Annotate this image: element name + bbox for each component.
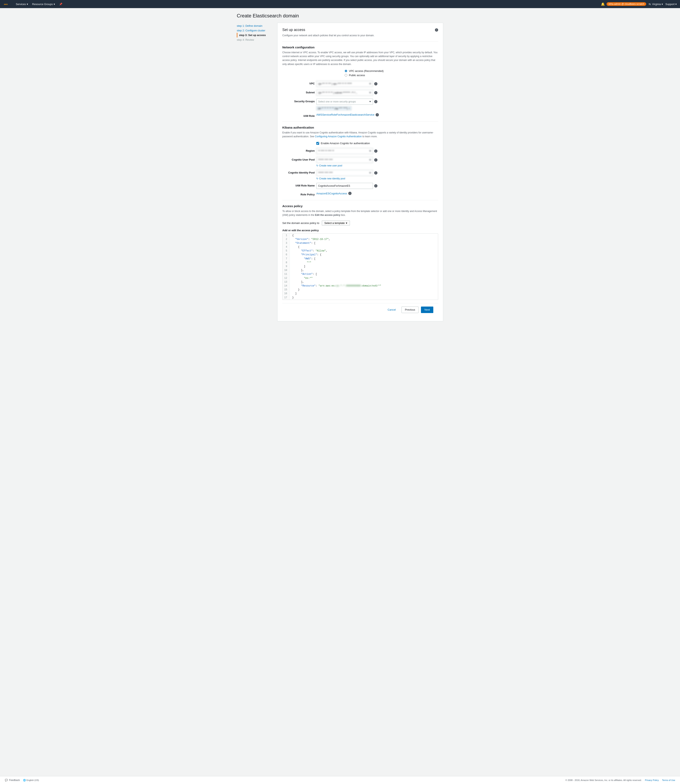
- iam-role-name-label: IAM Role Name: [282, 183, 315, 187]
- top-nav: aws Services ▾ Resource Groups ▾ 📌 🔔 inf…: [0, 0, 680, 8]
- access-policy-title: Access policy: [282, 204, 438, 208]
- cognito-checkbox[interactable]: [316, 142, 319, 145]
- terms-of-use-link[interactable]: Terms of Use: [662, 779, 675, 781]
- iam-role-name-info-icon[interactable]: i: [374, 184, 378, 188]
- cognito-identity-pool-info-icon[interactable]: i: [374, 171, 378, 175]
- vpc-radio-option[interactable]: VPC access (Recommended): [345, 69, 438, 73]
- code-line: 16 ]: [283, 292, 438, 296]
- code-editor[interactable]: 1{2 "Version": "2012-10-17",3 "Statement…: [282, 233, 438, 300]
- subnet-info-icon[interactable]: i: [374, 91, 378, 95]
- bell-icon[interactable]: 🔔: [601, 2, 605, 6]
- role-policy-label: Role Policy: [282, 192, 315, 196]
- resource-groups-label: Resource Groups: [32, 3, 53, 6]
- iam-role-name-control-row: i: [316, 183, 438, 189]
- cognito-auth-link[interactable]: Configuring Amazon Cognito Authenticatio…: [315, 135, 362, 138]
- iam-role-link[interactable]: AWSServiceRoleForAmazonElasticsearchServ…: [316, 113, 375, 116]
- code-line: 14 "Resource": "arn:aws:es:us-*-*:000000…: [283, 284, 438, 288]
- cognito-user-pool-label: Cognito User Pool: [282, 157, 315, 161]
- sidebar-item-define-domain[interactable]: step 1: Define domain: [237, 24, 277, 28]
- resource-groups-chevron-icon: ▾: [54, 3, 55, 6]
- kibana-desc: Enable if you want to use Amazon Cognito…: [282, 131, 438, 139]
- subnet-control-row: cje-*** ** ** ** | subnet-******** -**-*…: [316, 90, 438, 96]
- cognito-identity-pool-select[interactable]: ****** **** ****: [316, 170, 373, 176]
- previous-button[interactable]: Previous: [401, 306, 419, 313]
- code-line: 4 {: [283, 245, 438, 249]
- section-info-icon[interactable]: i: [435, 28, 438, 32]
- cognito-user-pool-info-icon[interactable]: i: [374, 158, 378, 162]
- privacy-policy-link[interactable]: Privacy Policy: [645, 779, 659, 781]
- pin-nav[interactable]: 📌: [57, 0, 65, 8]
- cancel-button[interactable]: Cancel: [384, 306, 399, 313]
- footer-right: © 2008 - 2018, Amazon Web Services, Inc.…: [565, 779, 675, 781]
- vpc-radio-label: VPC access (Recommended): [349, 69, 384, 73]
- feedback-button[interactable]: 💬 Feedback: [5, 779, 20, 782]
- support-nav[interactable]: Support ▾: [666, 3, 677, 6]
- role-policy-control-wrap: AmazonESCognitoAccess i: [316, 192, 438, 195]
- vpc-select[interactable]: cje-*** ** *** | vpc-**** ** ** *****: [316, 81, 373, 87]
- iam-role-name-input[interactable]: [316, 183, 373, 189]
- refresh-user-pool-icon[interactable]: ↻: [316, 164, 318, 167]
- public-radio-label: Public access: [349, 74, 365, 77]
- services-nav[interactable]: Services ▾: [14, 0, 30, 8]
- cognito-identity-pool-control-wrap: ****** **** **** i ↻ Create new identity…: [316, 170, 438, 180]
- public-radio[interactable]: [345, 74, 347, 77]
- create-identity-pool-link[interactable]: Create new identity pool: [319, 177, 345, 180]
- code-line: 7 "AWS": [: [283, 257, 438, 261]
- sidebar: step 1: Define domain step 2: Configure …: [237, 23, 277, 321]
- code-line: 17}: [283, 296, 438, 300]
- bottom-actions: Cancel Previous Next: [282, 303, 438, 316]
- region-label: Region: [282, 148, 315, 152]
- code-line: 9 ]: [283, 265, 438, 268]
- main-content: Set up access i Configure your network a…: [277, 23, 443, 321]
- role-policy-info-icon[interactable]: i: [348, 192, 351, 195]
- code-line: 1{: [283, 233, 438, 238]
- cognito-user-pool-control-wrap: ****** **** **** i ↻ Create new user poo…: [316, 157, 438, 167]
- subnet-select[interactable]: cje-*** ** ** ** | subnet-******** -**-*…: [316, 90, 373, 96]
- cognito-identity-pool-control-row: ****** **** **** i: [316, 170, 438, 176]
- section-header: Set up access i: [282, 28, 438, 32]
- vpc-control-wrap: cje-*** ** *** | vpc-**** ** ** ***** i: [316, 81, 438, 87]
- section-desc: Configure your network and attach polici…: [282, 34, 438, 37]
- public-radio-option[interactable]: Public access: [345, 74, 438, 77]
- refresh-identity-pool-icon[interactable]: ↻: [316, 177, 318, 180]
- svg-text:aws: aws: [4, 3, 8, 5]
- subnet-control-wrap: cje-*** ** ** ** | subnet-******** -**-*…: [316, 90, 438, 96]
- code-editor-section: Add or edit the access policy 1{2 "Versi…: [282, 229, 438, 300]
- divider-2: [282, 121, 438, 122]
- security-group-chip-close[interactable]: ×: [348, 107, 350, 110]
- iam-role-control-row: AWSServiceRoleForAmazonElasticsearchServ…: [316, 113, 438, 117]
- region-control-row: ** **** ** **** ** i: [316, 148, 438, 154]
- region-selector[interactable]: N. Virginia ▾: [649, 3, 663, 6]
- iam-role-info-icon[interactable]: i: [376, 113, 379, 117]
- cognito-user-pool-control-row: ****** **** **** i: [316, 157, 438, 163]
- language-selector[interactable]: 🌐 English (US): [23, 779, 39, 782]
- security-groups-info-icon[interactable]: i: [374, 100, 378, 103]
- role-policy-link[interactable]: AmazonESCognitoAccess: [316, 192, 347, 195]
- template-chevron-icon: ▾: [346, 221, 347, 224]
- code-line: 11 "Action": [: [283, 272, 438, 276]
- user-badge[interactable]: infra-admin @ cloudbees-scratch: [606, 2, 646, 6]
- cognito-user-pool-select[interactable]: ****** **** ****: [316, 157, 373, 163]
- region-info-icon[interactable]: i: [374, 150, 378, 153]
- region-select[interactable]: ** **** ** **** **: [316, 148, 373, 154]
- role-policy-control-row: AmazonESCognitoAccess i: [316, 192, 438, 195]
- vpc-control-row: cje-*** ** *** | vpc-**** ** ** ***** i: [316, 81, 438, 87]
- iam-role-name-control-wrap: i: [316, 183, 438, 189]
- iam-role-name-row: IAM Role Name i: [282, 183, 438, 189]
- vpc-radio[interactable]: [345, 69, 347, 72]
- security-groups-select[interactable]: Select one or more security groups: [316, 99, 373, 105]
- create-user-pool-link[interactable]: Create new user pool: [319, 164, 342, 167]
- set-policy-label: Set the domain access policy to: [282, 221, 320, 224]
- sidebar-item-configure-cluster[interactable]: step 2: Configure cluster: [237, 28, 277, 33]
- copyright-text: © 2008 - 2018, Amazon Web Services, Inc.…: [565, 779, 642, 781]
- vpc-info-icon[interactable]: i: [374, 82, 378, 85]
- feedback-icon: 💬: [5, 779, 8, 782]
- resource-groups-nav[interactable]: Resource Groups ▾: [30, 0, 57, 8]
- role-policy-row: Role Policy AmazonESCognitoAccess i: [282, 192, 438, 196]
- region-control-wrap: ** **** ** **** ** i: [316, 148, 438, 154]
- select-template-button[interactable]: Select a template ▾: [322, 221, 350, 226]
- content-layout: step 1: Define domain step 2: Configure …: [237, 23, 443, 321]
- services-chevron-icon: ▾: [27, 3, 28, 6]
- next-button[interactable]: Next: [421, 306, 433, 313]
- cognito-identity-pool-row: Cognito Identity Pool ****** **** **** i…: [282, 170, 438, 180]
